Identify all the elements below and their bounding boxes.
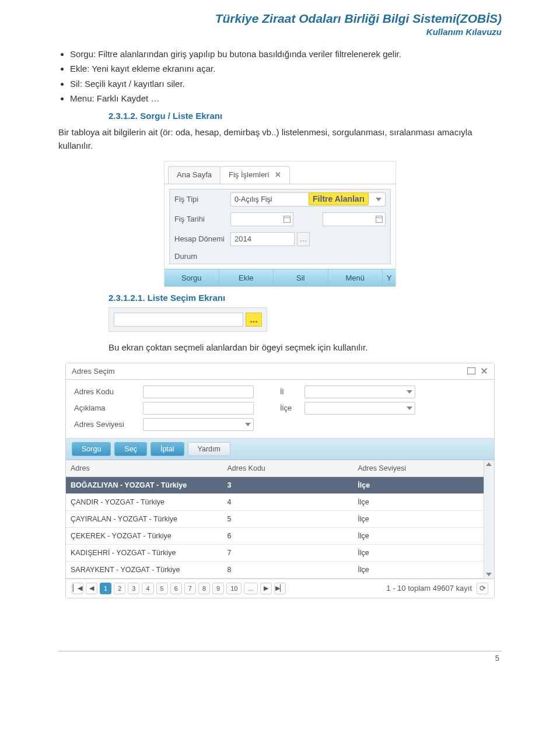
ekle-button[interactable]: Ekle (219, 269, 274, 286)
pager: ▏◀ ◀ 12345678910... ▶ ▶▏ 1 - 10 toplam 4… (66, 579, 494, 598)
chevron-down-icon (376, 198, 382, 201)
more-button[interactable]: Y (383, 269, 396, 286)
label-durum: Durum (174, 252, 230, 261)
select-adres-seviyesi[interactable] (143, 418, 254, 431)
select-ilce[interactable] (304, 402, 415, 415)
label-fis-tarihi: Fiş Tarihi (174, 215, 230, 223)
close-icon[interactable] (480, 367, 488, 374)
input-hesap-donemi[interactable]: 2014 (230, 232, 295, 246)
table-cell: İlçe (353, 561, 484, 578)
doc-subtitle: Kullanım Kılavuzu (58, 27, 502, 37)
pager-last[interactable]: ▶▏ (274, 583, 286, 594)
tab-label: Fiş İşlemleri (229, 170, 269, 179)
pager-page[interactable]: 5 (156, 583, 168, 594)
select-fis-tipi[interactable]: 0-Açılış Fişi Filtre Alanları (230, 192, 386, 206)
table-row[interactable]: ÇAYIRALAN - YOZGAT - Türkiye5İlçe (66, 510, 484, 527)
sil-button[interactable]: Sil (274, 269, 328, 286)
table-cell: İlçe (353, 510, 484, 527)
date-input-end[interactable] (323, 212, 386, 226)
window-titlebar: Adres Seçim (66, 363, 494, 380)
date-input-start[interactable] (230, 212, 293, 226)
table-cell: İlçe (353, 527, 484, 544)
table-row[interactable]: BOĞAZLIYAN - YOZGAT - Türkiye3İlçe (66, 476, 484, 493)
window-title: Adres Seçim (72, 367, 463, 376)
page-number: 5 (495, 654, 499, 663)
pager-prev[interactable]: ◀ (86, 583, 97, 594)
select-value: 0-Açılış Fişi (235, 195, 272, 204)
table-row[interactable]: ÇANDIR - YOZGAT - Türkiye4İlçe (66, 493, 484, 510)
sec-button[interactable]: Seç (114, 442, 147, 456)
pager-page[interactable]: ... (244, 583, 257, 594)
tab-fis-islemleri[interactable]: Fiş İşlemleri ✕ (220, 166, 290, 184)
pager-page[interactable]: 4 (142, 583, 153, 594)
col-adres-seviyesi[interactable]: Adres Seviyesi (353, 460, 484, 477)
pager-page[interactable]: 7 (184, 583, 196, 594)
bullet-item: Menu: Farklı Kaydet … (70, 92, 502, 105)
section-heading: 2.3.1.2.1. Liste Seçim Ekranı (108, 293, 502, 303)
close-icon[interactable]: ✕ (275, 170, 281, 179)
table-row[interactable]: SARAYKENT - YOZGAT - Türkiye8İlçe (66, 561, 484, 578)
table-row[interactable]: KADIŞEHRİ - YOZGAT - Türkiye7İlçe (66, 544, 484, 561)
table-cell: İlçe (353, 476, 484, 493)
bullet-item: Sorgu: Filtre alanlarından giriş yapılıp… (70, 47, 502, 61)
pager-first[interactable]: ▏◀ (72, 583, 83, 594)
sorgu-button[interactable]: Sorgu (72, 442, 111, 456)
select-il[interactable] (304, 385, 415, 398)
lookup-button[interactable]: … (297, 232, 310, 246)
pager-page[interactable]: 8 (198, 583, 210, 594)
chevron-down-icon (407, 390, 412, 394)
tab-home[interactable]: Ana Sayfa (168, 166, 220, 184)
scroll-down-icon[interactable] (486, 573, 492, 576)
col-adres-kodu[interactable]: Adres Kodu (222, 460, 353, 477)
pager-summary: 1 - 10 toplam 49607 kayıt (386, 584, 472, 593)
lookup-ellipsis-button[interactable]: ... (246, 313, 262, 327)
chevron-down-icon (407, 406, 412, 410)
reload-icon[interactable]: ⟳ (477, 583, 488, 594)
input-adres-kodu[interactable] (143, 385, 254, 398)
paragraph: Bu ekran çoktan seçmeli alanlardan bir ö… (108, 341, 502, 354)
table-cell: KADIŞEHRİ - YOZGAT - Türkiye (66, 544, 222, 561)
table-cell: 6 (222, 527, 353, 544)
screenshot-lookup-field: ... (108, 307, 267, 332)
pager-next[interactable]: ▶ (260, 583, 272, 594)
filter-form: Fiş Tipi 0-Açılış Fişi Filtre Alanları F… (169, 189, 391, 264)
table-cell: 4 (222, 493, 353, 510)
sorgu-button[interactable]: Sorgu (164, 269, 219, 286)
lookup-input[interactable] (114, 313, 243, 327)
toolbar: Sorgu Ekle Sil Menü Y (164, 269, 396, 286)
label-il: İl (280, 387, 304, 396)
calendar-icon (284, 216, 290, 223)
pager-page[interactable]: 3 (128, 583, 139, 594)
input-aciklama[interactable] (143, 402, 254, 415)
table-cell: 8 (222, 561, 353, 578)
section-number: 2.3.1.2.1. (108, 293, 145, 303)
table-cell: İlçe (353, 544, 484, 561)
table-row[interactable]: ÇEKEREK - YOZGAT - Türkiye6İlçe (66, 527, 484, 544)
pager-page[interactable]: 1 (100, 583, 111, 594)
iptal-button[interactable]: İptal (150, 442, 184, 456)
pager-page[interactable]: 10 (226, 583, 242, 594)
table-cell: ÇAYIRALAN - YOZGAT - Türkiye (66, 510, 222, 527)
chevron-down-icon (245, 423, 251, 426)
tab-bar: Ana Sayfa Fiş İşlemleri ✕ (164, 162, 396, 184)
scrollbar[interactable] (484, 460, 494, 579)
table-cell: BOĞAZLIYAN - YOZGAT - Türkiye (66, 476, 222, 493)
maximize-icon[interactable] (467, 367, 475, 374)
label-fis-tipi: Fiş Tipi (174, 195, 230, 204)
section-number: 2.3.1.2. (108, 111, 138, 121)
yardim-button[interactable]: Yardım (188, 442, 230, 456)
pager-page[interactable]: 6 (170, 583, 182, 594)
search-form: Adres Kodu İl Açıklama İlçe (66, 380, 494, 439)
scroll-up-icon[interactable] (486, 462, 492, 466)
menu-button[interactable]: Menü (328, 269, 383, 286)
calendar-icon (376, 216, 383, 223)
bullet-item: Ekle: Yeni kayıt ekleme ekranını açar. (70, 62, 502, 75)
pager-page[interactable]: 2 (114, 583, 125, 594)
section-title: Liste Seçim Ekranı (148, 293, 225, 303)
pager-page[interactable]: 9 (212, 583, 224, 594)
table-cell: ÇANDIR - YOZGAT - Türkiye (66, 493, 222, 510)
table-cell: İlçe (353, 493, 484, 510)
bullet-item: Sil: Seçili kayıt / kayıtları siler. (70, 77, 502, 90)
col-adres[interactable]: Adres (66, 460, 222, 477)
action-bar: Sorgu Seç İptal Yardım (66, 439, 494, 460)
